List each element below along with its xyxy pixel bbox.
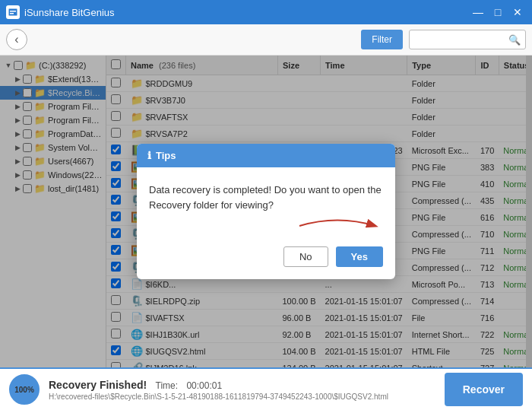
svg-rect-1 (10, 11, 16, 12)
info-icon: ℹ (147, 150, 151, 161)
filter-button[interactable]: Filter (361, 30, 403, 49)
recovery-status-line: Recovery Finished! Time: 00:00:01 (49, 379, 435, 391)
progress-circle: 100% (9, 374, 40, 405)
dialog-title: Tips (156, 150, 176, 161)
maximize-button[interactable]: □ (489, 4, 506, 21)
recover-button[interactable]: Recover (445, 373, 523, 406)
close-button[interactable]: ✕ (509, 4, 526, 21)
window-controls: — □ ✕ (470, 4, 526, 21)
bottom-bar: 100% Recovery Finished! Time: 00:00:01 H… (0, 367, 532, 410)
search-icon: 🔍 (508, 34, 521, 46)
tips-dialog: ℹ Tips Data recovery is completed! Do yo… (137, 144, 395, 279)
dialog-header: ℹ Tips (137, 144, 395, 167)
dialog-message: Data recovery is completed! Do you want … (149, 183, 383, 212)
recovery-path: H:\recovered-files\$Recycle.Bin\S-1-5-21… (49, 393, 398, 401)
recovery-time-label: Time: (156, 380, 179, 391)
minimize-button[interactable]: — (470, 4, 486, 21)
content-area: ▼📁(C:)(338292)▶📁$Extend(1321)▶📁$Recycle.… (0, 56, 532, 367)
back-button[interactable]: ‹ (6, 29, 27, 50)
dialog-yes-button[interactable]: Yes (336, 246, 383, 267)
dialog-no-button[interactable]: No (283, 246, 328, 267)
search-input[interactable] (414, 34, 505, 45)
dialog-arrow (149, 218, 383, 236)
recovery-status: Recovery Finished! (49, 379, 147, 391)
toolbar: ‹ Filter 🔍 (0, 24, 532, 56)
app-title: iSunshare BitGenius (24, 7, 115, 18)
dialog-body: Data recovery is completed! Do you want … (137, 167, 395, 246)
title-bar-left: iSunshare BitGenius (6, 5, 115, 19)
svg-rect-0 (8, 8, 17, 16)
progress-value: 100% (14, 386, 34, 394)
app-icon (6, 5, 20, 19)
dialog-buttons: No Yes (137, 246, 395, 279)
title-bar: iSunshare BitGenius — □ ✕ (0, 0, 532, 24)
dialog-overlay: ℹ Tips Data recovery is completed! Do yo… (0, 56, 532, 367)
main-container: ‹ Filter 🔍 ▼📁(C:)(338292)▶📁$Extend(1321)… (0, 24, 532, 410)
search-box: 🔍 (409, 30, 526, 49)
recovery-time-value: 00:00:01 (186, 380, 222, 391)
svg-rect-2 (10, 13, 14, 14)
bottom-info: Recovery Finished! Time: 00:00:01 H:\rec… (49, 379, 435, 401)
